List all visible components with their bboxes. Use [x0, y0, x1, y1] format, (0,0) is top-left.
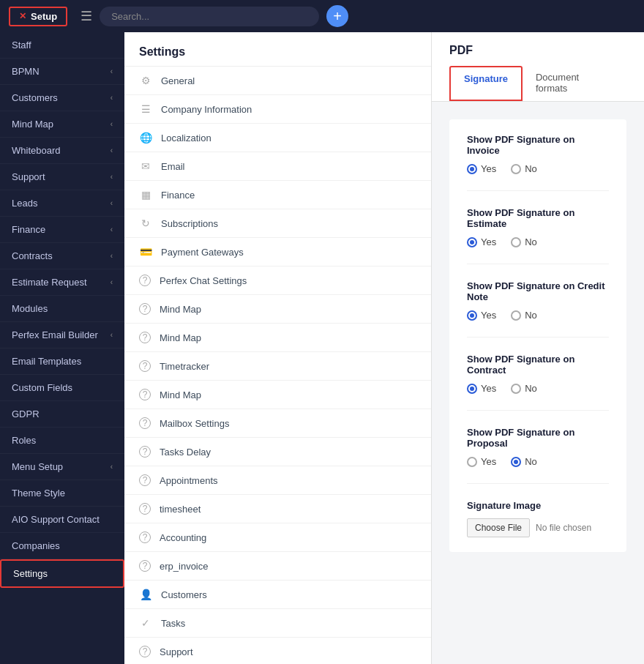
sidebar-item-perfex-email-builder[interactable]: Perfex Email Builder ‹	[0, 322, 124, 348]
sidebar-item-settings[interactable]: Settings	[0, 559, 124, 588]
sidebar-item-theme-style[interactable]: Theme Style	[0, 480, 124, 507]
settings-item-erp-invoice[interactable]: ? erp_invoice	[124, 552, 431, 581]
sidebar-item-leads[interactable]: Leads ‹	[0, 190, 124, 217]
radio-invoice-no[interactable]: No	[511, 163, 537, 174]
topbar: ✕ Setup ☰ +	[0, 0, 644, 32]
settings-item-finance[interactable]: ▦ Finance	[124, 181, 431, 209]
sidebar-label-perfex-email-builder: Perfex Email Builder	[12, 329, 98, 340]
settings-item-timetracker[interactable]: ? Timetracker	[124, 352, 431, 381]
finance-icon: ▦	[139, 189, 152, 201]
settings-label-perfex-chat: Perfex Chat Settings	[160, 275, 247, 286]
search-input[interactable]	[100, 7, 319, 26]
settings-item-mailbox[interactable]: ? Mailbox Settings	[124, 409, 431, 438]
settings-label-appointments: Appointments	[160, 475, 218, 486]
sidebar-label-support: Support	[12, 171, 45, 182]
help-icon: ?	[139, 503, 151, 515]
settings-item-email[interactable]: ✉ Email	[124, 152, 431, 181]
radio-estimate-no[interactable]: No	[511, 236, 537, 247]
chevron-right-icon: ‹	[111, 199, 113, 207]
sidebar-item-roles[interactable]: Roles	[0, 428, 124, 454]
pdf-field-credit-note-options: Yes No	[467, 310, 609, 321]
sidebar-item-custom-fields[interactable]: Custom Fields	[0, 375, 124, 401]
choose-file-button[interactable]: Choose File	[467, 518, 530, 537]
settings-item-timesheet[interactable]: ? timesheet	[124, 495, 431, 523]
settings-item-payment-gateways[interactable]: 💳 Payment Gateways	[124, 238, 431, 266]
settings-label-subscriptions: Subscriptions	[161, 218, 218, 229]
pdf-field-signature-image: Signature Image Choose File No file chos…	[467, 500, 609, 537]
add-button[interactable]: +	[326, 5, 348, 27]
settings-label-company-info: Company Information	[161, 104, 252, 115]
pdf-header: PDF Signature Document formats	[432, 32, 644, 102]
chevron-right-icon: ‹	[111, 252, 113, 260]
radio-credit-no[interactable]: No	[511, 310, 537, 321]
radio-invoice-yes[interactable]: Yes	[467, 163, 496, 174]
help-icon: ?	[139, 417, 151, 429]
sidebar-item-gdpr[interactable]: GDPR	[0, 401, 124, 428]
settings-item-appointments[interactable]: ? Appointments	[124, 466, 431, 495]
settings-item-accounting[interactable]: ? Accounting	[124, 523, 431, 552]
settings-item-subscriptions[interactable]: ↻ Subscriptions	[124, 209, 431, 238]
pdf-field-invoice-label: Show PDF Signature on Invoice	[467, 134, 609, 156]
refresh-icon: ↻	[139, 217, 152, 229]
chevron-right-icon: ‹	[111, 67, 113, 75]
sidebar-item-contracts[interactable]: Contracts ‹	[0, 243, 124, 269]
settings-item-customers[interactable]: 👤 Customers	[124, 581, 431, 609]
settings-item-tasks[interactable]: ✓ Tasks	[124, 609, 431, 638]
settings-label-timetracker: Timetracker	[160, 361, 209, 372]
setup-button[interactable]: ✕ Setup	[9, 7, 67, 26]
radio-label-credit-no: No	[525, 310, 537, 321]
radio-label-proposal-yes: Yes	[481, 456, 496, 467]
sidebar: Staff BPMN ‹ Customers ‹ Mind Map ‹ Whit…	[0, 32, 124, 664]
radio-contract-no[interactable]: No	[511, 383, 537, 394]
sidebar-item-companies[interactable]: Companies	[0, 533, 124, 559]
globe-icon: 🌐	[139, 132, 152, 143]
tab-signature[interactable]: Signature	[449, 66, 523, 101]
sidebar-item-mindmap[interactable]: Mind Map ‹	[0, 111, 124, 138]
radio-credit-yes[interactable]: Yes	[467, 310, 496, 321]
sidebar-item-staff[interactable]: Staff	[0, 32, 124, 59]
check-icon: ✓	[139, 617, 152, 629]
sidebar-item-support[interactable]: Support ‹	[0, 164, 124, 190]
radio-dot-estimate-no	[511, 237, 521, 247]
sidebar-item-menu-setup[interactable]: Menu Setup ‹	[0, 454, 124, 480]
settings-item-perfex-chat[interactable]: ? Perfex Chat Settings	[124, 266, 431, 295]
settings-item-mindmap2[interactable]: ? Mind Map	[124, 324, 431, 352]
sidebar-item-whiteboard[interactable]: Whiteboard ‹	[0, 138, 124, 164]
radio-label-credit-yes: Yes	[481, 310, 496, 321]
sidebar-item-customers[interactable]: Customers ‹	[0, 85, 124, 111]
settings-item-mindmap1[interactable]: ? Mind Map	[124, 295, 431, 324]
settings-item-company-info[interactable]: ☰ Company Information	[124, 95, 431, 124]
sidebar-item-bpmn[interactable]: BPMN ‹	[0, 59, 124, 85]
pdf-tabs: Signature Document formats	[449, 66, 626, 101]
tab-document-formats[interactable]: Document formats	[523, 66, 626, 101]
help-icon: ?	[139, 332, 151, 343]
sidebar-item-email-templates[interactable]: Email Templates	[0, 348, 124, 375]
radio-proposal-yes[interactable]: Yes	[467, 456, 496, 467]
radio-contract-yes[interactable]: Yes	[467, 383, 496, 394]
radio-estimate-yes[interactable]: Yes	[467, 236, 496, 247]
settings-item-localization[interactable]: 🌐 Localization	[124, 124, 431, 152]
chevron-right-icon: ‹	[111, 331, 113, 339]
pdf-panel: PDF Signature Document formats Show PDF …	[432, 32, 644, 664]
radio-dot-credit-yes	[467, 310, 477, 321]
sidebar-item-estimate-request[interactable]: Estimate Request ‹	[0, 269, 124, 296]
signature-image-controls: Choose File No file chosen	[467, 518, 609, 537]
radio-proposal-no[interactable]: No	[511, 456, 537, 467]
settings-item-general[interactable]: ⚙ General	[124, 67, 431, 95]
radio-label-invoice-no: No	[525, 163, 537, 174]
sidebar-label-leads: Leads	[12, 198, 37, 209]
main-layout: Staff BPMN ‹ Customers ‹ Mind Map ‹ Whit…	[0, 32, 644, 664]
settings-item-mindmap3[interactable]: ? Mind Map	[124, 381, 431, 409]
hamburger-icon[interactable]: ☰	[80, 8, 92, 24]
help-icon: ?	[139, 303, 151, 315]
settings-item-support[interactable]: ? Support	[124, 638, 431, 664]
settings-item-tasks-delay[interactable]: ? Tasks Delay	[124, 438, 431, 466]
sidebar-item-finance[interactable]: Finance ‹	[0, 217, 124, 243]
settings-label-customers: Customers	[161, 589, 207, 600]
sidebar-item-aio-support[interactable]: AIO Support Contact	[0, 507, 124, 533]
pdf-field-proposal: Show PDF Signature on Proposal Yes No	[467, 427, 609, 484]
sidebar-label-gdpr: GDPR	[12, 409, 40, 419]
radio-label-invoice-yes: Yes	[481, 163, 496, 174]
sidebar-item-modules[interactable]: Modules	[0, 296, 124, 322]
sidebar-label-finance: Finance	[12, 224, 45, 235]
